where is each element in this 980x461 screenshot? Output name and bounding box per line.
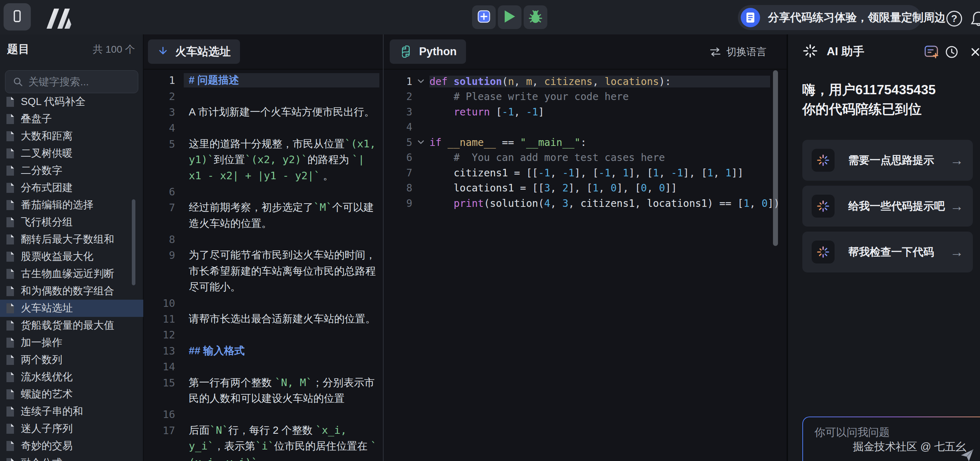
token: 0 bbox=[659, 182, 665, 194]
line-number: 6 bbox=[383, 152, 412, 163]
run-button[interactable] bbox=[498, 5, 522, 29]
send-icon[interactable] bbox=[960, 448, 974, 461]
sidebar-scrollbar[interactable] bbox=[132, 199, 135, 286]
sidebar-problem-item[interactable]: 连续子串的和 bbox=[0, 403, 143, 420]
add-button[interactable] bbox=[472, 5, 496, 29]
problem-label: 火车站选址 bbox=[21, 301, 73, 316]
sparkle-color-icon bbox=[811, 241, 835, 263]
sidebar-problem-item[interactable]: 二分数字 bbox=[0, 162, 143, 179]
sidebar-problem-item[interactable]: 两个数列 bbox=[0, 351, 143, 368]
token: , bbox=[592, 76, 605, 88]
python-icon bbox=[399, 45, 413, 58]
description-panel-header: 火车站选址 bbox=[144, 34, 383, 70]
fold-chevron-icon[interactable] bbox=[412, 170, 430, 175]
problem-label: 番茄编辑的选择 bbox=[21, 198, 94, 212]
sidebar-problem-item[interactable]: 二叉树供暖 bbox=[0, 145, 143, 162]
token: ], [ bbox=[574, 167, 598, 179]
line-number: 10 bbox=[144, 297, 175, 309]
md-line: 9 为了尽可能节省市民到达火车站的时间， bbox=[144, 247, 383, 263]
token: ( bbox=[484, 198, 490, 209]
fold-chevron-icon[interactable] bbox=[412, 140, 430, 145]
debug-button[interactable] bbox=[524, 5, 547, 29]
problem-tab[interactable]: 火车站选址 bbox=[148, 40, 240, 64]
history-button[interactable] bbox=[943, 44, 960, 60]
ai-assistant-panel: AI 助手 嗨，用户61175435435 你的代码陪练已到位 bbox=[788, 34, 980, 461]
fold-chevron-icon[interactable] bbox=[412, 125, 430, 130]
sidebar-toggle-button[interactable] bbox=[3, 3, 31, 30]
token: 这里的道路十分规整，市民从位置 bbox=[189, 138, 345, 150]
help-button[interactable]: ? bbox=[946, 11, 962, 27]
sidebar-problem-item[interactable]: 翻转后最大子数组和 bbox=[0, 231, 143, 248]
sidebar-problem-item[interactable]: 股票收益最大化 bbox=[0, 248, 143, 265]
token: 4 bbox=[544, 198, 550, 209]
token: ], [ bbox=[568, 182, 592, 194]
doc-badge-icon bbox=[741, 8, 760, 27]
suggestion-label: 需要一点思路提示 bbox=[848, 153, 950, 168]
sidebar-problem-item[interactable]: 分布式团建 bbox=[0, 179, 143, 196]
code-scrollbar[interactable] bbox=[773, 70, 778, 246]
search-icon bbox=[13, 77, 23, 87]
community-watermark: 掘金技术社区 @ 七五幺 bbox=[853, 439, 966, 454]
md-line: 市长希望新建的车站离每位市民的总路程 bbox=[144, 263, 383, 279]
line-number: 6 bbox=[144, 186, 175, 198]
token: n bbox=[508, 76, 514, 88]
sidebar-problem-item[interactable]: 大数和距离 bbox=[0, 128, 143, 145]
sidebar-problem-item[interactable]: 番茄编辑的选择 bbox=[0, 196, 143, 214]
code-editor-panel: Python 切换语言 1 def solution(n, m, citizen… bbox=[383, 34, 787, 461]
md-line-text: ## 输入格式 bbox=[189, 344, 379, 358]
sidebar-problem-item[interactable]: 古生物血缘远近判断 bbox=[0, 265, 143, 282]
token: 1 bbox=[725, 167, 732, 179]
token: 1 bbox=[653, 167, 659, 179]
token: 1 bbox=[622, 167, 628, 179]
sidebar-problem-item[interactable]: 融合公式 bbox=[0, 455, 143, 461]
md-line: 16 bbox=[144, 407, 383, 422]
code-line: 2 # Please write your code here bbox=[383, 89, 787, 105]
sidebar-problem-item[interactable]: 加一操作 bbox=[0, 334, 143, 351]
new-chat-button[interactable] bbox=[923, 44, 940, 60]
sidebar-problem-item[interactable]: 和为偶数的数字组合 bbox=[0, 282, 143, 300]
token: __name__ bbox=[448, 137, 496, 148]
sidebar-problem-item[interactable]: 叠盘子 bbox=[0, 110, 143, 128]
fold-chevron-icon[interactable] bbox=[412, 94, 430, 99]
fold-chevron-icon[interactable] bbox=[412, 201, 430, 206]
sidebar-problem-item[interactable]: 螺旋的艺术 bbox=[0, 386, 143, 403]
ai-suggestion-card[interactable]: 帮我检查一下代码 → bbox=[802, 231, 973, 273]
token: -1 bbox=[598, 167, 611, 179]
token: , bbox=[550, 182, 562, 194]
token: == bbox=[719, 198, 732, 209]
token: , bbox=[532, 76, 544, 88]
app-logo[interactable] bbox=[42, 9, 76, 29]
md-line-text: y1)`到位置`(x2, y2)`的路程为 `| bbox=[189, 153, 379, 167]
fold-chevron-icon[interactable] bbox=[412, 186, 430, 191]
promo-banner[interactable]: 分享代码练习体验，领限量定制周边 bbox=[738, 5, 921, 30]
code-line: 7 citizens1 = [[-1, -1], [-1, 1], [1, -1… bbox=[383, 165, 787, 181]
sidebar-problem-item[interactable]: 货船载货量的最大值 bbox=[0, 317, 143, 334]
token: ], [ bbox=[683, 167, 707, 179]
close-button[interactable] bbox=[967, 44, 980, 60]
file-icon bbox=[5, 440, 15, 452]
sidebar-problem-item[interactable]: 火车站选址 bbox=[0, 300, 143, 317]
clock-icon bbox=[944, 45, 959, 59]
ai-suggestion-card[interactable]: 需要一点思路提示 → bbox=[802, 140, 973, 181]
ai-suggestion-card[interactable]: 给我一些代码提示吧 → bbox=[802, 186, 973, 227]
line-number: 13 bbox=[144, 345, 175, 357]
file-icon bbox=[5, 113, 15, 125]
sidebar-problem-item[interactable]: 飞行棋分组 bbox=[0, 214, 143, 231]
sidebar-problem-item[interactable]: 奇妙的交易 bbox=[0, 437, 143, 455]
fold-chevron-icon[interactable] bbox=[412, 109, 430, 114]
sidebar-problem-item[interactable]: 流水线优化 bbox=[0, 368, 143, 386]
fold-chevron-icon[interactable] bbox=[412, 155, 430, 160]
code-editor[interactable]: 1 def solution(n, m, citizens, locations… bbox=[383, 70, 787, 461]
line-number: 7 bbox=[144, 201, 175, 214]
token: , bbox=[750, 198, 762, 209]
token: ], [ bbox=[617, 182, 641, 194]
fold-chevron-icon[interactable] bbox=[412, 79, 430, 84]
sidebar-problem-item[interactable]: 迷人子序列 bbox=[0, 420, 143, 437]
sidebar-problem-item[interactable]: SQL 代码补全 bbox=[0, 93, 143, 110]
markdown-editor[interactable]: 1 # 问题描述 2 3 A 市计划新建一个火车站方便市民出行。 4 5 这里的… bbox=[144, 70, 383, 461]
file-icon bbox=[5, 286, 15, 297]
language-tab[interactable]: Python bbox=[390, 40, 466, 64]
switch-language-button[interactable]: 切换语言 bbox=[709, 45, 767, 59]
token bbox=[430, 198, 453, 209]
notifications-button[interactable] bbox=[969, 10, 980, 28]
